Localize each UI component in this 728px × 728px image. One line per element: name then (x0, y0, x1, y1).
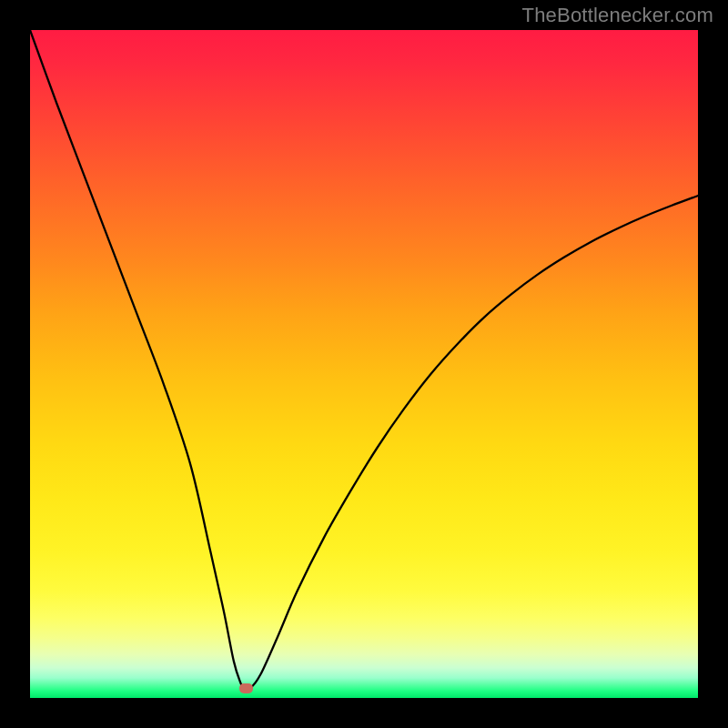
chart-frame: TheBottlenecker.com (0, 0, 728, 728)
plot-area (30, 30, 698, 698)
data-marker (239, 683, 253, 693)
watermark-text: TheBottlenecker.com (522, 4, 713, 27)
curve-line (30, 30, 698, 698)
